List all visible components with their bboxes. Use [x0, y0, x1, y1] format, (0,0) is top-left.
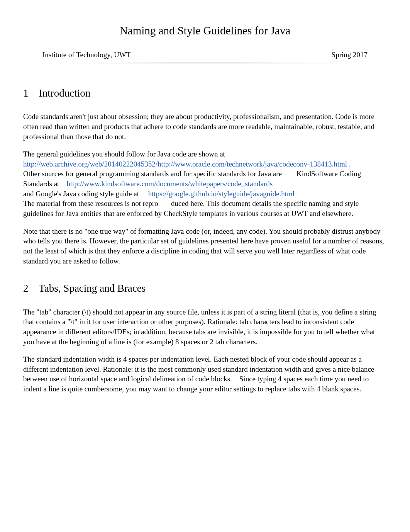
section-introduction: 1 Introduction Code standards aren't jus…: [23, 86, 387, 266]
institute-name: Institute of Technology, UWT: [42, 50, 130, 60]
link-oracle-codeconv[interactable]: http://web.archive.org/web/2014022204535…: [23, 160, 351, 168]
text-span: The general guidelines you should follow…: [23, 150, 225, 158]
paragraph-text: Code standards aren't just about obsessi…: [23, 112, 387, 141]
paragraph-text: The "tab" character (\t) should not appe…: [23, 307, 387, 347]
term-label: Spring 2017: [332, 50, 368, 60]
text-span: and Google's Java coding style guide at: [23, 190, 139, 198]
document-header: Institute of Technology, UWT Spring 2017: [23, 50, 387, 60]
text-span: Other sources for general programming st…: [23, 170, 282, 178]
section-number: 2: [23, 281, 36, 295]
paragraph-text: The standard indentation width is 4 spac…: [23, 354, 387, 394]
link-kindsoftware[interactable]: http://www.kindsoftware.com/documents/wh…: [66, 180, 273, 188]
text-span: The material from these resources is not…: [23, 199, 158, 207]
section-title: Tabs, Spacing and Braces: [39, 282, 146, 294]
section-number: 1: [23, 86, 36, 100]
section-tabs-spacing-braces: 2 Tabs, Spacing and Braces The "tab" cha…: [23, 281, 387, 394]
header-divider: [42, 62, 368, 67]
section-title: Introduction: [39, 87, 90, 99]
section-heading-tabs: 2 Tabs, Spacing and Braces: [23, 281, 387, 295]
link-google-styleguide[interactable]: https://google.github.io/styleguide/java…: [148, 190, 295, 198]
paragraph-text: The general guidelines you should follow…: [23, 149, 387, 218]
document-title: Naming and Style Guidelines for Java: [23, 23, 387, 38]
document-body: 1 Introduction Code standards aren't jus…: [23, 86, 387, 394]
section-heading-introduction: 1 Introduction: [23, 86, 387, 100]
paragraph-text: Note that there is no "one true way" of …: [23, 226, 387, 266]
